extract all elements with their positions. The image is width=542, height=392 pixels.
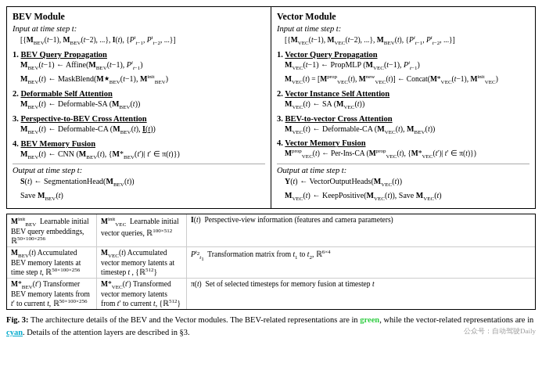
vector-module: Vector Module Input at time step t: [{MV… — [271, 7, 535, 208]
vec-step-3-line-1: MVEC(t) ← Deformable-CA (MVEC(t), MBEV(t… — [285, 124, 529, 137]
vec-step-4-title: 4. Vector Memory Fusion — [277, 138, 529, 147]
bev-step-1-line-1: MBEV(t−1) ← Affine(MBEV(t−1), Ptt−1) — [20, 59, 265, 73]
vec-output-line-1: Y(t) ← VectorOutputHeads(MVEC(t)) — [285, 176, 529, 189]
vector-module-title: Vector Module — [277, 11, 529, 23]
caption-green-word: green — [360, 315, 379, 324]
vector-input-formula: [{MVEC(t−1), MVEC(t−2), ...}, MBEV(t), {… — [285, 34, 529, 48]
legend-table: MinitBEV Learnable initial BEV query emb… — [6, 214, 536, 310]
vec-step-3-title: 3. BEV-to-vector Cross Attention — [277, 114, 529, 123]
legend-cell-2b: MVEC(t) Accumulated vector memory latent… — [97, 247, 187, 278]
bev-output-line-1: S(t) ← SegmentationHead(MBEV(t)) — [20, 176, 265, 189]
legend-cell-2c: Pt2t1 Transformation matrix from t1 to t… — [187, 247, 535, 278]
bev-step-3-title: 3. Perspective-to-BEV Cross Attention — [13, 114, 265, 123]
bev-step-4-line-1: MBEV(t) ← CNN (MBEV(t), {M*BEV(t′)| t′ ∈… — [20, 149, 265, 162]
legend-cell-1c: I(t) Perspective-view information (featu… — [187, 214, 535, 246]
caption-text-2: , while the vector-related representatio… — [379, 315, 533, 324]
legend-row-3: M*BEV(t′) Transformer BEV memory latents… — [7, 279, 535, 309]
legend-cell-1b: MinitVEC Learnable initial vector querie… — [97, 214, 187, 246]
vec-step-2-title: 2. Vector Instance Self Attention — [277, 89, 529, 98]
bev-step-4-title: 4. BEV Memory Fusion — [13, 139, 265, 148]
caption-text-1: The architecture details of the BEV and … — [31, 315, 360, 324]
bev-output-line-2: Save MBEV(t) — [20, 190, 265, 203]
vec-output-line-2: MVEC(t) ← KeepPositive(MVEC(t)), Save MV… — [285, 190, 529, 203]
bev-output-label: Output at time step t: — [13, 166, 265, 174]
vec-step-4-line-1: MpropVEC(t) ← Per-Ins-CA (MpropVEC(t), {… — [285, 148, 529, 161]
legend-cell-3a: M*BEV(t′) Transformer BEV memory latents… — [7, 279, 97, 309]
legend-row-1: MinitBEV Learnable initial BEV query emb… — [7, 214, 535, 247]
main-container: BEV Module Input at time step t: [{MBEV(… — [6, 6, 536, 339]
bev-input-label: Input at time step t: — [13, 24, 265, 33]
bev-output-section: Output at time step t: S(t) ← Segmentati… — [13, 164, 265, 203]
bev-input-formula: [{MBEV(t−1), MBEV(t−2), ...}, I(t), {Ptt… — [20, 34, 265, 48]
legend-row-2: MBEV(t) Accumulated BEV memory latents a… — [7, 247, 535, 279]
vec-step-1-line-1: MVEC(t−1) ← PropMLP (MVEC(t−1), Ptt−1) — [285, 59, 529, 73]
modules-row: BEV Module Input at time step t: [{MBEV(… — [6, 6, 536, 209]
vec-step-1-line-2: MVEC(t) = [MpropVEC(t), MnewVEC(t)] ← Co… — [285, 74, 529, 87]
bev-module-title: BEV Module — [13, 11, 265, 23]
bev-step-2-line-1: MBEV(t) ← Deformable-SA (MBEV(t)) — [20, 99, 265, 112]
fig-label: Fig. 3: — [6, 315, 29, 324]
caption-cyan-word: cyan — [6, 328, 23, 336]
caption-text-3: . Details of the attention layers are de… — [23, 328, 190, 336]
fig-caption: Fig. 3: The architecture details of the … — [6, 314, 536, 339]
bev-step-1-line-2: MBEV(t) ← MaskBlend(M★BEV(t−1), MinitBEV… — [20, 74, 265, 87]
legend-cell-3c: π(t) Set of selected timesteps for memor… — [187, 279, 535, 309]
bev-step-2-title: 2. Deformable Self Attention — [13, 89, 265, 98]
legend-cell-2a: MBEV(t) Accumulated BEV memory latents a… — [7, 247, 97, 278]
bev-step-3-line-1: MBEV(t) ← Deformable-CA (MBEV(t), I(t)) — [20, 124, 265, 137]
bev-step-1-title: 1. BEV Query Propagation — [13, 50, 265, 59]
vec-output-label: Output at time step t: — [277, 166, 529, 174]
watermark: 公众号：自动驾驶Daily — [464, 326, 536, 337]
vec-step-1-title: 1. Vector Query Propagation — [277, 50, 529, 59]
vector-input-label: Input at time step t: — [277, 24, 529, 33]
legend-cell-3b: M*VEC(t′) Transformed vector memory late… — [97, 279, 187, 309]
legend-cell-1a: MinitBEV Learnable initial BEV query emb… — [7, 214, 97, 246]
vec-step-2-line-1: MVEC(t) ← SA (MVEC(t)) — [285, 99, 529, 112]
bev-module: BEV Module Input at time step t: [{MBEV(… — [7, 7, 271, 208]
vec-output-section: Output at time step t: Y(t) ← VectorOutp… — [277, 164, 529, 203]
